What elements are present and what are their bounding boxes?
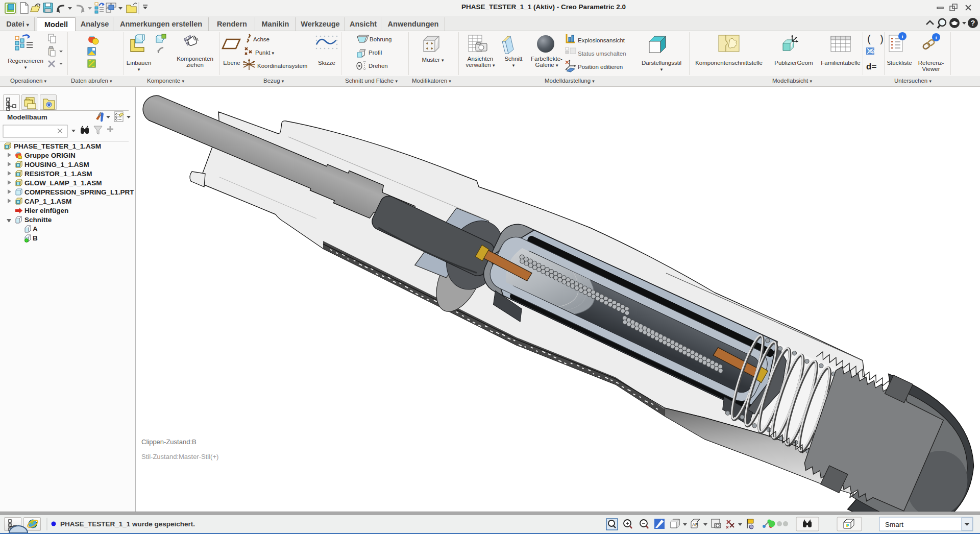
svg-text:PHASE_TESTER_1_1 wurde gespeic: PHASE_TESTER_1_1 wurde gespeichert. (60, 520, 195, 528)
svg-text:CAP_1_1.ASM: CAP_1_1.ASM (24, 198, 71, 205)
svg-text:AB: AB (692, 522, 698, 527)
svg-text:Hier einfügen: Hier einfügen (24, 207, 68, 214)
svg-text:d=: d= (866, 62, 876, 71)
svg-text:GLOW_LAMP_1_1.ASM: GLOW_LAMP_1_1.ASM (24, 179, 102, 187)
svg-text:( ): ( ) (866, 34, 885, 45)
svg-text:Modellbaum: Modellbaum (7, 113, 47, 121)
svg-text:B: B (33, 234, 38, 242)
svg-text:PHASE_TESTER_1_1.ASM: PHASE_TESTER_1_1.ASM (14, 142, 101, 150)
svg-text:i: i (935, 34, 937, 40)
svg-text:HOUSING_1_1.ASM: HOUSING_1_1.ASM (24, 161, 89, 168)
svg-text:A: A (33, 225, 38, 233)
svg-text:Gruppe ORIGIN: Gruppe ORIGIN (24, 152, 76, 159)
svg-text:COMPRESSION_SPRING_L1.PRT: COMPRESSION_SPRING_L1.PRT (24, 188, 134, 196)
svg-text:Schnitte: Schnitte (24, 216, 52, 224)
svg-text:i: i (901, 33, 903, 39)
svg-text:Smart: Smart (885, 521, 903, 528)
svg-text:?: ? (971, 19, 975, 27)
svg-text:RESISTOR_1_1.ASM: RESISTOR_1_1.ASM (24, 170, 92, 178)
